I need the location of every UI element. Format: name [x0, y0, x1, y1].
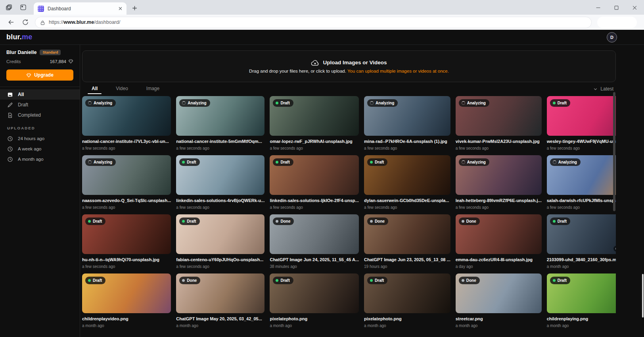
status-dot — [276, 220, 278, 223]
app-page: blur.me D Blur Danielle Standard Credits… — [0, 30, 644, 337]
media-card[interactable]: Analyzingvivek-kumar-PrwMsl2A23U-unsplas… — [456, 96, 542, 155]
uploaded-filters: 24 hours agoA week agoA month ago — [0, 133, 80, 164]
spinner-icon — [182, 101, 186, 105]
media-card[interactable]: Analyzingnaassom-azevedo-Q_Sei-TqSlc-uns… — [82, 155, 171, 214]
status-badge: Draft — [367, 277, 387, 284]
file-arrow-icon — [7, 112, 13, 118]
status-dot — [182, 161, 185, 164]
content-scrollbar[interactable] — [613, 92, 615, 211]
browser-tab-dashboard[interactable]: Dashboard — [34, 2, 126, 15]
status-label: Draft — [280, 160, 289, 164]
pencil-icon — [7, 102, 13, 108]
media-card[interactable]: Drafthu-nh-ti-n--tqWA9hQi70-unsplash.jpg… — [82, 214, 171, 273]
status-dot — [182, 279, 185, 282]
main-content: Upload Images or Videos Drag and drop yo… — [80, 45, 616, 337]
media-card[interactable]: Analyzingsalah-darwish-rfcUPkJfMIs-unspl… — [547, 155, 616, 214]
tab-actions-icon[interactable] — [20, 4, 27, 11]
upload-subtitle-highlight: You can upload multiple images or videos… — [347, 69, 449, 73]
status-dot — [276, 279, 278, 282]
site-favicon — [38, 6, 44, 12]
media-filename: fabian-centeno-uY60pJUHqOo-unsplash... — [176, 257, 264, 262]
tab-video[interactable]: Video — [112, 86, 132, 94]
spinner-icon — [88, 101, 92, 105]
media-thumbnail: Done — [176, 273, 264, 313]
media-card[interactable]: Donestreetcar.pnga month ago — [456, 273, 542, 333]
close-icon[interactable] — [632, 5, 638, 11]
address-bar[interactable]: https://www.blur.me/dashboard/ — [35, 17, 592, 28]
status-badge: Draft — [367, 158, 387, 166]
media-card[interactable]: Draftlinkedin-sales-solutions-IjkIOe-2fF… — [270, 155, 359, 214]
upload-subtitle: Drag and drop your files here, or click … — [249, 69, 346, 73]
media-card[interactable]: Draftpixelatephoto.pnga month ago — [364, 273, 450, 333]
avatar[interactable]: D — [607, 32, 617, 42]
uploaded-filter-item[interactable]: 24 hours ago — [0, 133, 80, 144]
media-card[interactable]: Draftpixelatephoto.pnga month ago — [270, 273, 359, 333]
status-label: Draft — [187, 219, 196, 223]
media-card[interactable]: Draftchildrenplaying.pnga month ago — [547, 273, 616, 333]
media-card[interactable]: Draft01:002103099-uhd_3840_2160_30fps.mp… — [547, 214, 616, 273]
toolbar-side-pill[interactable] — [597, 17, 637, 28]
back-icon[interactable] — [8, 19, 15, 26]
minimize-icon[interactable] — [595, 5, 601, 11]
media-timestamp: a few seconds ago — [82, 146, 171, 155]
media-card[interactable]: Draftomar-lopez-rwF_pJRWhAI-unsplash.jpg… — [270, 96, 359, 155]
media-filename: ChatGPT Image Jun 24, 2025, 11_55_45 A..… — [270, 257, 359, 262]
sidebar-item-completed[interactable]: Completed — [0, 110, 80, 120]
tab-all[interactable]: All — [88, 86, 102, 94]
media-filename: linkedin-sales-solutions-IjkIOe-2fF4-uns… — [270, 198, 359, 203]
media-card[interactable]: Analyzingleah-hetteberg-89lvmRZfP6E-unsp… — [456, 155, 542, 214]
uploaded-filter-item[interactable]: A week ago — [0, 144, 80, 154]
media-timestamp: a month ago — [176, 324, 264, 333]
status-badge: Draft — [550, 277, 570, 284]
status-label: Done — [280, 219, 290, 223]
blur-me-logo[interactable]: blur.me — [6, 33, 32, 41]
media-card[interactable]: DoneChatGPT Image Jun 24, 2025, 11_55_45… — [270, 214, 359, 273]
media-thumbnail: Draft — [176, 214, 264, 254]
media-filename: wesley-tingey-4WUwF9jVqMU-unsplash.j... — [547, 139, 616, 144]
media-timestamp: 19 hours ago — [364, 264, 450, 273]
status-label: Draft — [187, 160, 196, 164]
sidebar-item-all[interactable]: All — [0, 89, 80, 100]
media-thumbnail: Draft — [176, 155, 264, 195]
media-card[interactable]: Draftlinkedin-sales-solutions-4rvBjoQWER… — [176, 155, 264, 214]
new-tab-icon[interactable] — [131, 5, 138, 12]
lock-icon[interactable] — [40, 20, 45, 25]
status-label: Draft — [280, 278, 289, 283]
maximize-icon[interactable] — [613, 5, 619, 11]
status-dot — [462, 279, 464, 282]
media-thumbnail: Draft — [547, 96, 616, 136]
media-filename: national-cancer-institute-i7VL3yc-vbl-un… — [82, 139, 171, 144]
uploaded-filter-label: A week ago — [18, 146, 41, 151]
url-scheme: https:// — [49, 19, 64, 25]
media-filename: omar-lopez-rwF_pJRWhAI-unsplash.jpg — [270, 139, 359, 144]
browser-scrollbar[interactable] — [642, 274, 644, 318]
workspaces-icon[interactable] — [6, 4, 12, 11]
tab-image[interactable]: Image — [142, 86, 163, 94]
status-badge: Done — [367, 218, 388, 225]
media-thumbnail: Draft — [364, 155, 450, 195]
media-card[interactable]: Doneemma-dau-zc6ezUR4-8I-unsplash.jpga d… — [456, 214, 542, 273]
refresh-icon[interactable] — [22, 19, 29, 26]
media-timestamp: 38 minutes ago — [270, 264, 359, 273]
media-card[interactable]: Analyzingmina-rad--P7kHROe-6A-unsplash (… — [364, 96, 450, 155]
media-card[interactable]: Draftdylan-sauerwein-GCb0hd35DeE-unspla.… — [364, 155, 450, 214]
status-badge: Draft — [85, 277, 105, 284]
media-filename: 2103099-uhd_3840_2160_30fps.mp4 — [547, 257, 616, 262]
media-card[interactable]: DoneChatGPT Image May 20, 2025, 03_42_05… — [176, 273, 264, 333]
media-card[interactable]: Draftchildrenplayvideo.pnga month ago — [82, 273, 171, 333]
media-filename: pixelatephoto.png — [270, 316, 359, 322]
media-thumbnail: Draft01:00 — [547, 214, 616, 254]
sort-dropdown[interactable]: Latest — [593, 86, 616, 94]
sidebar-item-draft[interactable]: Draft — [0, 100, 80, 110]
media-card[interactable]: Analyzingnational-cancer-institute-5mGmM… — [176, 96, 264, 155]
upload-dropzone[interactable]: Upload Images or Videos Drag and drop yo… — [82, 50, 616, 82]
media-card[interactable]: Analyzingnational-cancer-institute-i7VL3… — [82, 96, 171, 155]
media-card[interactable]: DoneChatGPT Image Jun 23, 2025, 05_13_08… — [364, 214, 450, 273]
tab-close-icon[interactable] — [117, 6, 123, 12]
spinner-icon — [553, 160, 556, 164]
upgrade-button[interactable]: Upgrade — [6, 69, 73, 81]
media-card[interactable]: Draftfabian-centeno-uY60pJUHqOo-unsplash… — [176, 214, 264, 273]
url-domain: www.blur.me — [64, 19, 94, 25]
uploaded-filter-item[interactable]: A month ago — [0, 154, 80, 164]
media-card[interactable]: Draftwesley-tingey-4WUwF9jVqMU-unsplash.… — [547, 96, 616, 155]
